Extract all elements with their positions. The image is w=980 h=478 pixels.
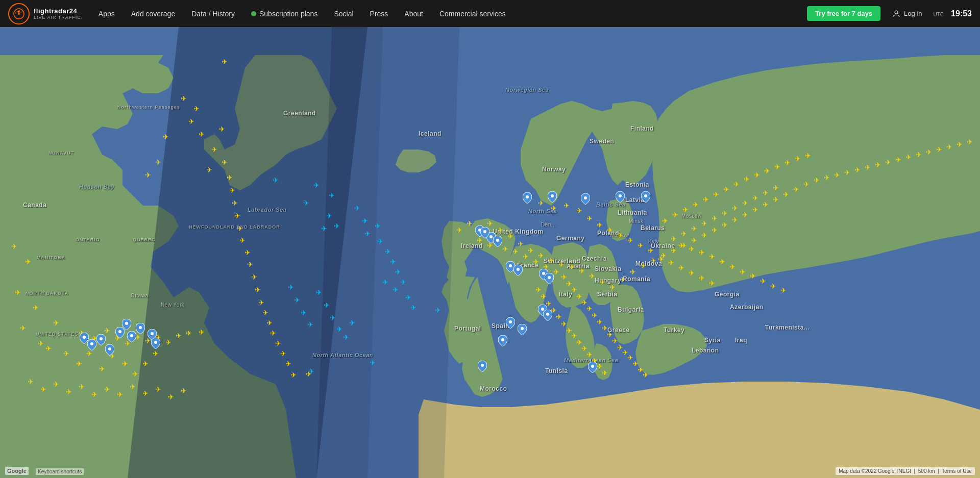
aircraft-marker[interactable]: ✈ [370,359,376,366]
aircraft-marker[interactable]: ✈ [294,296,300,304]
aircraft-marker[interactable]: ✈ [324,301,330,309]
aircraft-marker[interactable]: ✈ [905,154,912,161]
airport-pin-eu6[interactable] [543,310,552,323]
aircraft-marker[interactable]: ✈ [354,205,360,212]
aircraft-marker[interactable]: ✈ [719,258,725,265]
aircraft-marker[interactable]: ✈ [273,177,279,184]
nav-item-subscription[interactable]: Subscription plans [244,0,325,27]
airport-pin-us8[interactable] [87,339,96,353]
aircraft-marker[interactable]: ✈ [155,159,161,166]
aircraft-marker[interactable]: ✈ [785,159,791,166]
aircraft-marker[interactable]: ✈ [556,313,562,320]
aircraft-marker[interactable]: ✈ [760,278,766,285]
aircraft-marker[interactable]: ✈ [763,189,769,196]
aircraft-marker[interactable]: ✈ [558,261,565,268]
aircraft-marker[interactable]: ✈ [643,371,649,379]
aircraft-marker[interactable]: ✈ [330,314,336,321]
aircraft-marker[interactable]: ✈ [53,319,59,326]
aircraft-marker[interactable]: ✈ [750,272,756,280]
aircraft-marker[interactable]: ✈ [288,284,294,291]
aircraft-marker[interactable]: ✈ [824,174,830,181]
aircraft-marker[interactable]: ✈ [763,201,769,208]
aircraft-marker[interactable]: ✈ [609,284,616,291]
aircraft-marker[interactable]: ✈ [497,227,503,234]
airport-pin-tallinn[interactable] [641,191,650,205]
aircraft-marker[interactable]: ✈ [266,319,273,326]
airport-pin-us6[interactable] [151,338,160,351]
aircraft-marker[interactable]: ✈ [744,175,750,183]
aircraft-marker[interactable]: ✈ [668,259,674,266]
map[interactable]: GreenlandIcelandNorwaySwedenFinlandEston… [0,27,980,478]
airport-pin-helsinki[interactable] [616,191,625,205]
aircraft-marker[interactable]: ✈ [599,279,605,286]
aircraft-marker[interactable]: ✈ [597,221,603,229]
aircraft-marker[interactable]: ✈ [188,118,194,125]
aircraft-marker[interactable]: ✈ [237,225,243,232]
aircraft-marker[interactable]: ✈ [303,199,309,207]
aircraft-marker[interactable]: ✈ [895,156,901,163]
aircraft-marker[interactable]: ✈ [774,163,780,170]
aircraft-marker[interactable]: ✈ [375,222,381,230]
aircraft-marker[interactable]: ✈ [681,230,687,237]
aircraft-marker[interactable]: ✈ [104,327,110,334]
aircraft-marker[interactable]: ✈ [713,191,719,198]
aircraft-marker[interactable]: ✈ [405,294,411,301]
aircraft-marker[interactable]: ✈ [395,268,401,275]
aircraft-marker[interactable]: ✈ [752,194,758,202]
aircraft-marker[interactable]: ✈ [142,360,149,367]
aircraft-marker[interactable]: ✈ [186,330,192,337]
aircraft-marker[interactable]: ✈ [364,230,371,237]
aircraft-marker[interactable]: ✈ [153,350,159,357]
airport-pin-eu8[interactable] [478,361,487,374]
aircraft-marker[interactable]: ✈ [946,143,952,150]
aircraft-marker[interactable]: ✈ [307,321,313,328]
aircraft-marker[interactable]: ✈ [308,368,314,375]
aircraft-marker[interactable]: ✈ [251,273,257,281]
aircraft-marker[interactable]: ✈ [780,287,787,294]
aircraft-marker[interactable]: ✈ [349,319,355,326]
aircraft-marker[interactable]: ✈ [155,386,161,393]
aircraft-marker[interactable]: ✈ [732,205,738,212]
aircraft-marker[interactable]: ✈ [638,242,644,249]
airport-pin-oslo2[interactable] [548,191,557,205]
aircraft-marker[interactable]: ✈ [321,225,327,232]
aircraft-marker[interactable]: ✈ [602,369,608,376]
aircraft-marker[interactable]: ✈ [234,212,240,219]
aircraft-marker[interactable]: ✈ [678,242,684,249]
aircraft-marker[interactable]: ✈ [754,171,760,179]
aircraft-marker[interactable]: ✈ [671,247,677,254]
aircraft-marker[interactable]: ✈ [814,177,820,184]
aircraft-marker[interactable]: ✈ [770,283,776,290]
aircraft-marker[interactable]: ✈ [742,211,748,218]
aircraft-marker[interactable]: ✈ [589,272,595,280]
nav-item-add-coverage[interactable]: Add coverage [124,0,182,27]
aircraft-marker[interactable]: ✈ [165,339,172,346]
aircraft-marker[interactable]: ✈ [193,105,200,112]
aircraft-marker[interactable]: ✈ [53,381,59,388]
aircraft-marker[interactable]: ✈ [377,238,383,245]
aircraft-marker[interactable]: ✈ [99,365,105,372]
aircraft-marker[interactable]: ✈ [285,360,291,367]
aircraft-marker[interactable]: ✈ [672,211,678,218]
aircraft-marker[interactable]: ✈ [181,95,187,102]
aircraft-marker[interactable]: ✈ [28,378,34,385]
aircraft-marker[interactable]: ✈ [523,253,529,260]
aircraft-marker[interactable]: ✈ [752,206,758,213]
aircraft-marker[interactable]: ✈ [712,227,718,234]
aircraft-marker[interactable]: ✈ [569,263,575,270]
airport-pin-heathrow[interactable] [493,236,502,249]
aircraft-marker[interactable]: ✈ [206,166,212,173]
airport-pin-oslo[interactable] [523,192,532,206]
aircraft-marker[interactable]: ✈ [699,249,705,256]
airport-pin-us2[interactable] [115,327,125,340]
aircraft-marker[interactable]: ✈ [607,227,613,234]
aircraft-marker[interactable]: ✈ [579,267,585,274]
aircraft-marker[interactable]: ✈ [400,279,406,286]
airport-pin-finland[interactable] [581,193,590,207]
airport-pin-us9[interactable] [96,334,106,347]
aircraft-marker[interactable]: ✈ [76,360,82,367]
aircraft-marker[interactable]: ✈ [255,286,261,293]
aircraft-marker[interactable]: ✈ [227,174,233,181]
aircraft-marker[interactable]: ✈ [875,161,881,168]
aircraft-marker[interactable]: ✈ [783,191,789,198]
